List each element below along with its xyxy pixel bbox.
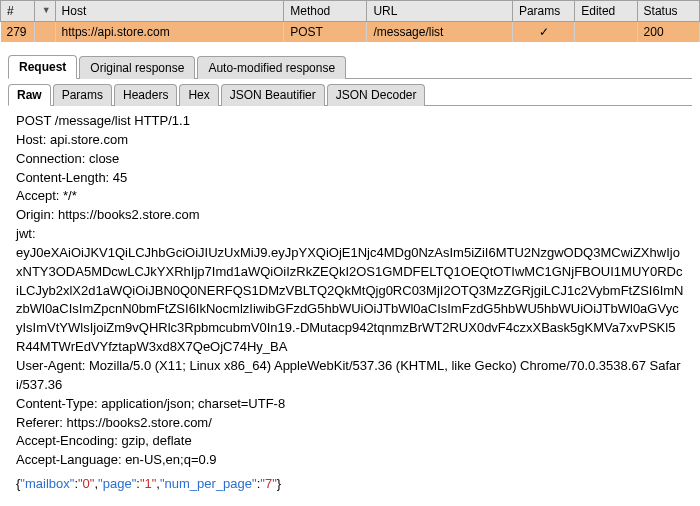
cell-num: 279 [1, 22, 35, 43]
raw-request-body[interactable]: POST /message/list HTTP/1.1 Host: api.st… [8, 106, 692, 476]
cell-params: ✓ [512, 22, 574, 43]
tab-hex[interactable]: Hex [179, 84, 218, 106]
json-body[interactable]: {"mailbox":"0","page":"1","num_per_page"… [8, 476, 692, 497]
col-header-num[interactable]: # [1, 1, 35, 22]
col-header-params[interactable]: Params [512, 1, 574, 22]
tab-json-beautifier[interactable]: JSON Beautifier [221, 84, 325, 106]
col-header-status[interactable]: Status [637, 1, 699, 22]
tab-params[interactable]: Params [53, 84, 112, 106]
col-header-sort[interactable]: ▼ [34, 1, 55, 22]
tab-request[interactable]: Request [8, 55, 77, 79]
table-header-row: # ▼ Host Method URL Params Edited Status [1, 1, 700, 22]
tab-raw[interactable]: Raw [8, 84, 51, 106]
cell-method: POST [284, 22, 367, 43]
cell-dot [34, 22, 55, 43]
inner-tabs: Raw Params Headers Hex JSON Beautifier J… [8, 83, 692, 106]
col-header-edited[interactable]: Edited [575, 1, 637, 22]
request-table: # ▼ Host Method URL Params Edited Status… [0, 0, 700, 42]
cell-url: /message/list [367, 22, 513, 43]
col-header-host[interactable]: Host [55, 1, 284, 22]
cell-status: 200 [637, 22, 699, 43]
col-header-method[interactable]: Method [284, 1, 367, 22]
tab-auto-modified-response[interactable]: Auto-modified response [197, 56, 346, 79]
outer-tabs: Request Original response Auto-modified … [8, 54, 692, 79]
tab-original-response[interactable]: Original response [79, 56, 195, 79]
table-row[interactable]: 279 https://api.store.com POST /message/… [1, 22, 700, 43]
tab-headers[interactable]: Headers [114, 84, 177, 106]
cell-edited [575, 22, 637, 43]
tab-json-decoder[interactable]: JSON Decoder [327, 84, 426, 106]
col-header-url[interactable]: URL [367, 1, 513, 22]
cell-host: https://api.store.com [55, 22, 284, 43]
sort-arrow-icon: ▼ [42, 5, 51, 15]
